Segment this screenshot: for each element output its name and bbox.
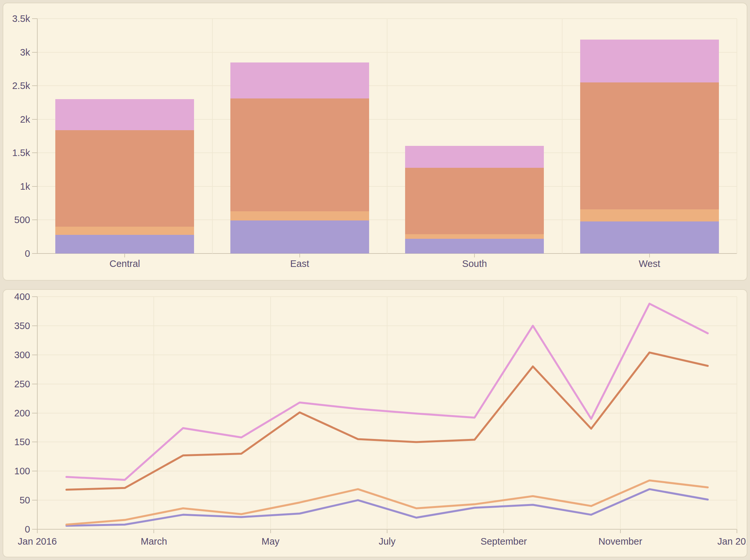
y-tick-mark — [32, 384, 37, 384]
x-tick-label: November — [555, 536, 686, 546]
x-tick-label: July — [322, 536, 453, 546]
y-tick-mark — [32, 296, 37, 297]
bar-segment-series-3-salmon[interactable] — [405, 168, 544, 234]
stacked-bar-chart-card: 05001k1.5k2k2.5k3k3.5kCentralEastSouthWe… — [3, 3, 747, 281]
y-tick-mark — [32, 471, 37, 471]
y-tick-mark — [32, 355, 37, 355]
bar-segment-series-3-salmon[interactable] — [230, 98, 369, 211]
y-tick-label: 300 — [3, 350, 30, 360]
y-tick-mark — [32, 325, 37, 326]
category-boundary-gridline — [387, 19, 388, 254]
y-tick-mark — [32, 219, 37, 220]
line-pink[interactable] — [66, 303, 708, 480]
line-purple[interactable] — [66, 489, 708, 526]
y-tick-mark — [32, 442, 37, 442]
x-tick-mark — [620, 529, 621, 533]
y-tick-label: 400 — [3, 292, 30, 302]
bar-segment-series-2-peach[interactable] — [55, 227, 194, 235]
y-tick-label: 500 — [3, 215, 30, 225]
x-tick-label: September — [438, 536, 569, 546]
y-tick-mark — [32, 253, 37, 254]
line-series-layer — [37, 297, 737, 529]
bar-segment-series-2-peach[interactable] — [230, 211, 369, 221]
y-tick-mark — [32, 119, 37, 120]
bar-segment-series-1-purple[interactable] — [405, 239, 544, 254]
y-tick-label: 3.5k — [3, 14, 30, 24]
y-tick-mark — [32, 529, 37, 529]
y-tick-label: 250 — [3, 379, 30, 389]
y-tick-label: 200 — [3, 408, 30, 418]
y-tick-label: 1k — [3, 181, 30, 192]
category-boundary-gridline — [212, 19, 213, 254]
y-tick-mark — [32, 413, 37, 414]
x-tick-mark — [503, 529, 504, 533]
x-tick-mark — [270, 529, 271, 533]
x-category-label: Central — [59, 258, 190, 269]
x-tick-mark — [124, 254, 125, 257]
y-tick-label: 1.5k — [3, 147, 30, 158]
line-chart-card: 050100150200250300350400Jan 2016MarchMay… — [3, 289, 747, 557]
bar-segment-series-1-purple[interactable] — [230, 220, 369, 254]
category-boundary-gridline — [736, 19, 737, 254]
x-category-label: West — [584, 258, 715, 269]
bar-segment-series-3-salmon[interactable] — [55, 130, 194, 227]
x-category-label: South — [409, 258, 540, 269]
x-tick-mark — [649, 254, 650, 257]
bar-segment-series-4-pink[interactable] — [230, 62, 369, 98]
y-tick-label: 0 — [3, 524, 30, 535]
bar-segment-series-1-purple[interactable] — [55, 235, 194, 254]
y-axis-line — [37, 19, 38, 254]
y-tick-label: 2.5k — [3, 80, 30, 91]
y-tick-label: 100 — [3, 466, 30, 476]
x-tick-label: March — [88, 536, 219, 546]
bar-segment-series-4-pink[interactable] — [580, 40, 719, 82]
x-category-label: East — [234, 258, 365, 269]
x-tick-mark — [387, 529, 388, 533]
bar-segment-series-3-salmon[interactable] — [580, 82, 719, 209]
bar-segment-series-1-purple[interactable] — [580, 221, 719, 254]
y-tick-label: 350 — [3, 321, 30, 331]
bar-segment-series-2-peach[interactable] — [580, 209, 719, 221]
x-tick-mark — [37, 529, 38, 533]
y-tick-label: 50 — [3, 495, 30, 505]
x-tick-mark — [154, 529, 154, 533]
x-tick-mark — [299, 254, 300, 257]
bar-segment-series-4-pink[interactable] — [55, 99, 194, 130]
x-tick-label: Jan 2016 — [3, 536, 103, 546]
bar-segment-series-2-peach[interactable] — [405, 234, 544, 239]
x-tick-label: May — [205, 536, 336, 546]
x-tick-label: Jan 2017 — [671, 536, 747, 546]
bar-segment-series-4-pink[interactable] — [405, 146, 544, 168]
y-tick-label: 2k — [3, 114, 30, 125]
y-tick-label: 3k — [3, 47, 30, 58]
y-tick-mark — [32, 500, 37, 500]
y-tick-label: 0 — [3, 248, 30, 259]
category-boundary-gridline — [562, 19, 562, 254]
y-tick-mark — [32, 85, 37, 86]
y-tick-mark — [32, 52, 37, 53]
line-orange[interactable] — [66, 353, 708, 490]
y-tick-mark — [32, 153, 37, 153]
x-tick-mark — [474, 254, 475, 257]
y-tick-mark — [32, 186, 37, 187]
y-tick-label: 150 — [3, 437, 30, 447]
x-tick-mark — [736, 529, 737, 533]
y-tick-mark — [32, 18, 37, 19]
